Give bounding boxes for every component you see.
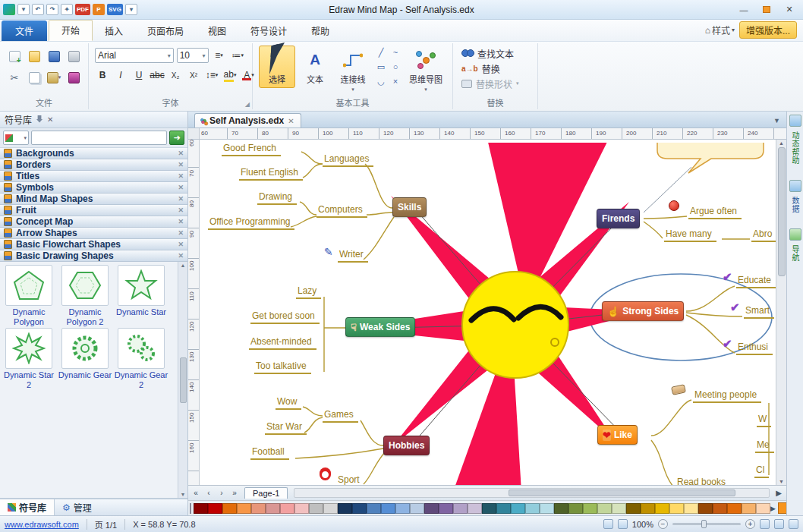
undo-icon[interactable]: ↶ [32, 4, 44, 15]
color-swatch[interactable] [698, 503, 713, 514]
shape-tile[interactable]: Dynamic Polygon [2, 265, 56, 326]
close-button[interactable]: ✕ [779, 3, 800, 17]
locate-icon[interactable]: ✦ [61, 4, 73, 15]
tab-navigator[interactable]: 导航 [789, 245, 801, 262]
color-swatch[interactable] [352, 503, 367, 514]
open-document-button[interactable] [26, 48, 43, 65]
navigator-icon[interactable] [789, 228, 801, 241]
paste-button[interactable]: ▾ [46, 69, 62, 86]
topic-strong-sides[interactable]: ☝Strong Sides [602, 301, 684, 321]
mindmap-tool-button[interactable]: 思维导图 ▾ [405, 46, 446, 96]
mindmap-label[interactable]: Smart [744, 305, 774, 319]
tab-insert[interactable]: 插入 [93, 21, 135, 41]
mindmap-label[interactable]: Star War [265, 421, 307, 435]
mindmap-label[interactable]: Abro [751, 228, 776, 242]
color-swatch[interactable] [583, 503, 597, 514]
upgrade-button[interactable]: 增强版本... [739, 21, 797, 39]
library-section-bar[interactable]: Symbols ✕ [0, 182, 187, 194]
scrollbar-thumb[interactable] [778, 147, 786, 276]
color-swatch[interactable] [468, 503, 482, 514]
color-swatch[interactable] [266, 503, 280, 514]
color-swatch[interactable] [381, 503, 395, 514]
color-swatch[interactable] [540, 503, 554, 514]
tab-symbol-library[interactable]: 符号库 [0, 499, 55, 515]
section-close-icon[interactable]: ✕ [178, 241, 184, 248]
horizontal-scrollbar[interactable] [294, 488, 770, 498]
library-section-bar[interactable]: Basic Flowchart Shapes ✕ [0, 239, 187, 250]
color-swatch[interactable] [742, 503, 756, 514]
last-page-button[interactable]: » [228, 489, 241, 497]
cut-button[interactable]: ✂ [6, 69, 23, 86]
style-menu[interactable]: ⌂ 样式 ▾ [705, 24, 735, 36]
font-size-select[interactable]: 10▾ [177, 48, 209, 63]
section-close-icon[interactable]: ✕ [178, 161, 184, 168]
mindmap-label[interactable]: Football [250, 446, 289, 460]
section-close-icon[interactable]: ✕ [178, 195, 184, 203]
export-pdf-icon[interactable]: PDF [75, 4, 90, 15]
tab-view[interactable]: 视图 [196, 21, 238, 41]
scroll-right-icon[interactable]: ▶ [773, 489, 785, 497]
speech-bubble[interactable] [657, 143, 764, 173]
topic-hobbies[interactable]: Hobbies [383, 436, 430, 455]
scroll-up-icon[interactable]: ▲ [181, 263, 186, 268]
mindmap-label[interactable]: Wow [276, 396, 301, 410]
library-section-bar[interactable]: Concept Map ✕ [0, 216, 187, 228]
scroll-down-icon[interactable]: ▼ [181, 492, 186, 497]
color-swatch[interactable] [323, 503, 338, 514]
minimize-button[interactable]: — [733, 3, 754, 17]
color-swatch[interactable] [424, 503, 439, 514]
color-swatch[interactable] [280, 503, 294, 514]
save-icon[interactable]: ▼ [17, 4, 30, 15]
color-swatch[interactable] [655, 503, 669, 514]
pin-icon[interactable] [36, 115, 43, 124]
format-painter-button[interactable] [65, 69, 82, 86]
font-name-select[interactable]: Arial▾ [95, 48, 174, 63]
library-section-bar[interactable]: Arrow Shapes ✕ [0, 228, 187, 239]
color-swatch[interactable] [453, 503, 468, 514]
color-swatch[interactable] [194, 503, 208, 514]
replace-button[interactable]: a→b替换 [459, 61, 531, 76]
color-swatch[interactable] [554, 503, 568, 514]
mindmap-label[interactable]: Have many [664, 228, 716, 242]
superscript-button[interactable]: X² [186, 68, 201, 83]
dynamic-help-icon[interactable] [789, 115, 801, 127]
export-svg-icon[interactable]: SVG [107, 4, 123, 15]
rectangle-tool[interactable]: ▭ [374, 60, 388, 74]
library-section-bar[interactable]: Borders ✕ [0, 159, 187, 171]
library-search-go-button[interactable]: ➜ [169, 131, 184, 145]
new-document-button[interactable] [6, 48, 23, 65]
vertical-scrollbar[interactable]: ▲ ▼ [776, 140, 786, 485]
highlight-color-button[interactable]: ab▾ [222, 68, 238, 83]
line-tool[interactable]: ╱ [374, 46, 388, 59]
connector-tool-button[interactable]: 连接线 ▾ [335, 46, 371, 96]
color-swatch[interactable] [511, 503, 525, 514]
color-swatch[interactable] [612, 503, 626, 514]
page-tab[interactable]: Page-1 [244, 487, 288, 499]
page-view-icon[interactable] [789, 519, 798, 529]
mindmap-label[interactable]: Argue often [688, 206, 742, 219]
scrollbar-thumb[interactable] [509, 490, 736, 496]
color-swatch[interactable] [568, 503, 583, 514]
library-section-bar[interactable]: Titles ✕ [0, 171, 187, 182]
mindmap-label[interactable]: Read books [675, 477, 730, 485]
scrollbar-thumb[interactable] [180, 357, 187, 403]
replace-shape-button[interactable]: 替换形状▾ [459, 76, 531, 91]
library-scrollbar[interactable]: ▲ ▼ [178, 262, 187, 498]
topic-weak-sides[interactable]: ☟Weak Sides [345, 317, 415, 337]
color-swatch[interactable] [294, 503, 309, 514]
mindmap-label[interactable]: Lazy [296, 285, 321, 299]
subscript-button[interactable]: X₂ [168, 68, 183, 83]
line-spacing-button[interactable]: ↕≡▾ [204, 68, 219, 83]
library-filter-select[interactable]: ▾ [3, 131, 29, 145]
shape-tile[interactable]: Dynamic Polygon 2 [58, 265, 112, 326]
mindmap-label[interactable]: Meeting people [693, 389, 761, 403]
color-swatch[interactable] [367, 503, 381, 514]
select-tool-button[interactable]: 选择 [259, 46, 295, 88]
color-swatch[interactable] [338, 503, 352, 514]
tab-help[interactable]: 帮助 [299, 21, 342, 41]
bullet-list-button[interactable]: ≔▾ [230, 48, 246, 63]
mindmap-label[interactable]: Writer [338, 249, 368, 263]
next-page-button[interactable]: › [216, 489, 228, 497]
save-button[interactable] [46, 48, 62, 65]
export-ppt-icon[interactable]: P [93, 4, 105, 15]
